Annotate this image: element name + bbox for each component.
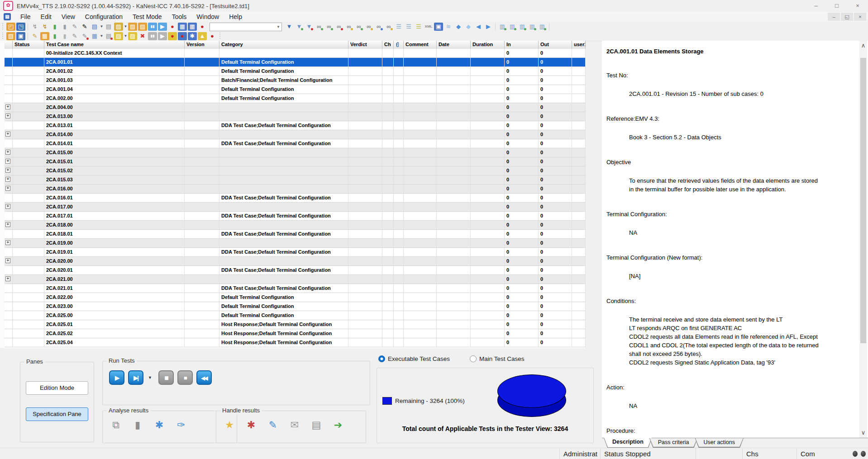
movie-add-icon[interactable]: ▤ (90, 23, 99, 31)
expand-plus-icon[interactable]: + (5, 104, 10, 109)
movie-icon[interactable]: ▤ (104, 23, 113, 31)
play-session-icon[interactable]: ▶ (158, 23, 167, 31)
attach-results-icon[interactable]: ✑ (174, 418, 188, 432)
column-header-in[interactable]: In (505, 41, 539, 49)
menu-item-help[interactable]: Help (224, 12, 247, 22)
vertical-scrollbar-thumb[interactable] (860, 58, 866, 343)
menu-item-test-mode[interactable]: Test Mode (128, 12, 167, 22)
battery-empty-icon[interactable]: ▮ (60, 32, 69, 40)
table-row[interactable]: 2CA.001.04Default Terminal Configuration… (5, 85, 586, 94)
table-row[interactable]: 2CA.020.01DDA Test Case;Default Terminal… (5, 266, 586, 275)
folder-comment-icon[interactable]: ▨ (128, 32, 137, 40)
load-results-icon[interactable]: ✱ (244, 418, 258, 432)
ink-light-icon[interactable]: ◆ (464, 23, 473, 31)
film-delete-icon[interactable]: ▤ (104, 32, 113, 40)
export-results-icon[interactable]: ➔ (331, 418, 345, 432)
export-doc-5-icon[interactable]: ▥ (538, 23, 547, 31)
table-row[interactable]: +2CA.015.0100 (5, 157, 586, 166)
folder-delete-icon[interactable]: ✖ (138, 32, 147, 40)
menu-item-edit[interactable]: Edit (36, 12, 57, 22)
tab-user-actions[interactable]: User actions (695, 438, 744, 448)
table-row[interactable]: 2CA.019.01DDA Test Case;Default Terminal… (5, 248, 586, 257)
window-settings-icon[interactable]: ✱ (188, 32, 197, 40)
edit-results-icon[interactable]: ✎ (266, 418, 280, 432)
stop-button[interactable]: ■ (177, 370, 193, 385)
run-button[interactable]: ▶ (109, 370, 124, 385)
search-attachment-icon[interactable]: ∞ (384, 23, 393, 31)
table-row[interactable]: +2CA.019.0000 (5, 239, 586, 248)
open-folder-icon[interactable]: ▨ (6, 32, 15, 40)
column-header-ch[interactable]: Ch (382, 41, 394, 49)
menu-item-window[interactable]: Window (191, 12, 224, 22)
table-row[interactable]: 2CA.014.01DDA Test Case;Default Terminal… (5, 139, 586, 148)
table-row[interactable]: 2CA.022.00Default Terminal Configuration… (5, 293, 586, 302)
run-suite-icon[interactable]: ↯ (40, 23, 49, 31)
export-options-caret[interactable]: ▼ (124, 23, 128, 31)
pause-session-icon[interactable]: ▮▮ (148, 23, 157, 31)
column-header-user1[interactable]: user1 (572, 41, 586, 49)
folder-run-caret[interactable]: ▼ (124, 32, 128, 40)
table-row[interactable]: 2CA.023.00Default Terminal Configuration… (5, 302, 586, 311)
battery-full-icon[interactable]: ▮ (50, 32, 59, 40)
table-row[interactable]: +2CA.017.0000 (5, 203, 586, 212)
search-all-icon[interactable]: ∞ (315, 23, 324, 31)
mdi-minimize-button[interactable]: – (828, 13, 840, 21)
table-row[interactable]: 2CA.018.01DDA Test Case;Default Terminal… (5, 230, 586, 239)
reader-connected-icon[interactable]: ▮ (50, 23, 59, 31)
play-disabled-icon[interactable]: ▶ (158, 32, 167, 40)
log-window-icon[interactable]: ▦ (188, 23, 197, 31)
save-session-icon[interactable]: ◳ (16, 23, 25, 31)
pen-curve-icon[interactable]: ✎ (70, 32, 79, 40)
run-test-icon[interactable]: ↯ (30, 23, 39, 31)
receive-folder-icon[interactable]: ▨ (138, 23, 147, 31)
chevron-down-icon[interactable]: ▼ (275, 25, 281, 29)
filter-remove-icon[interactable]: ▼ (305, 23, 314, 31)
table-row[interactable]: 2CA.001.02Default Terminal Configuration… (5, 67, 586, 76)
expand-plus-icon[interactable]: + (5, 114, 10, 118)
movie-options-caret[interactable]: ▼ (100, 23, 104, 31)
pause-button[interactable]: ▮▮ (158, 370, 174, 385)
compare-results-icon[interactable]: ⧉ (109, 418, 123, 432)
menu-item-view[interactable]: View (57, 12, 80, 22)
save-results-icon[interactable]: ★ (223, 418, 236, 432)
window-view-icon[interactable]: ▣ (434, 23, 443, 31)
results-settings-icon[interactable]: ✱ (153, 418, 166, 432)
column-header-date[interactable]: Date (437, 41, 471, 49)
folder-record-icon[interactable]: ● (168, 32, 177, 40)
radio-main-test-cases[interactable]: Main Test Cases (468, 355, 526, 362)
report-results-icon[interactable]: ▮ (131, 418, 144, 432)
column-header-category[interactable]: Category (219, 41, 348, 49)
mdi-restore-button[interactable]: ◱ (841, 13, 853, 21)
search-inconclusive-icon[interactable]: ∞ (344, 23, 353, 31)
table-row[interactable]: 2CA.017.01DDA Test Case;Default Terminal… (5, 212, 586, 221)
table-row[interactable]: +2CA.020.0000 (5, 257, 586, 266)
expand-plus-icon[interactable]: + (5, 276, 10, 281)
table-row[interactable]: 2CA.025.04Host Response;Default Terminal… (5, 338, 586, 347)
window-record-icon[interactable]: ● (178, 32, 187, 40)
grid-doc-icon[interactable]: ▦ (40, 32, 49, 40)
filter-icon[interactable]: ▼ (285, 23, 294, 31)
radio-executable-test-cases[interactable]: Executable Test Cases (377, 355, 452, 362)
run-to-end-button[interactable]: ▶| (128, 370, 143, 385)
search-passed-icon[interactable]: ∞ (324, 23, 334, 31)
report-summary-icon[interactable]: ☰ (394, 23, 403, 31)
table-row[interactable]: +2CA.015.0300 (5, 175, 586, 185)
column-header-status[interactable]: Status (13, 41, 44, 49)
table-row[interactable]: +2CA.014.0000 (5, 130, 586, 139)
table-row[interactable]: +2CA.015.0200 (5, 166, 586, 175)
column-header-version[interactable]: Version (185, 41, 219, 49)
hand-stop-icon[interactable]: ▲ (198, 32, 207, 40)
table-row[interactable]: +2CA.016.0000 (5, 185, 586, 194)
expand-plus-icon[interactable]: + (5, 240, 10, 245)
radio-unselected-icon[interactable] (470, 355, 477, 362)
column-header-duration[interactable]: Duration (471, 41, 505, 49)
send-folder-icon[interactable]: ▨ (128, 23, 137, 31)
abort-session-icon[interactable]: ● (198, 23, 207, 31)
table-row[interactable]: +2CA.013.0000 (5, 112, 586, 121)
abort-bomb-icon[interactable]: ● (208, 32, 217, 40)
expand-plus-icon[interactable]: + (5, 204, 10, 209)
mdi-close-button[interactable]: × (854, 13, 866, 21)
folder-pause-icon[interactable]: ▮▮ (148, 32, 157, 40)
search-failed-icon[interactable]: ∞ (334, 23, 343, 31)
print-results-icon[interactable]: ▤ (310, 418, 323, 432)
